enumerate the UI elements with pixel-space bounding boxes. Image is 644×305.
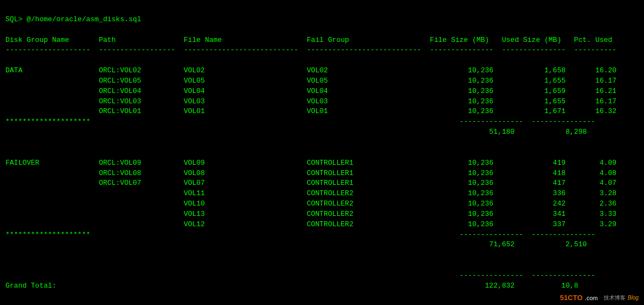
- data-row: ORCL:VOL07 VOL07 CONTROLLER1 10,236 417 …: [5, 179, 616, 187]
- header-separator: -------------------- ------------------ …: [5, 46, 616, 54]
- data-row: ORCL:VOL04 VOL04 VOL04 10,236 1,659 16.2…: [5, 87, 616, 95]
- blank-line: [5, 302, 10, 305]
- data-row: VOL13 CONTROLLER2 10,236 341 3.33: [5, 210, 616, 218]
- group2-subtotal: 71,652 2,510: [5, 240, 587, 248]
- data-row: ORCL:VOL05 VOL05 VOL05 10,236 1,655 16.1…: [5, 77, 616, 85]
- data-row: VOL12 CONTROLLER2 10,236 337 3.29: [5, 220, 616, 228]
- data-row: VOL10 CONTROLLER2 10,236 242 2.36: [5, 200, 616, 208]
- watermark-domain: .com: [585, 295, 598, 301]
- watermark-label: 技术博客: [604, 294, 626, 302]
- group2-stars: ******************** --------------- ---…: [5, 231, 595, 239]
- grand-total-row: Grand Total: 122,832 10,8: [5, 282, 578, 290]
- data-row: ORCL:VOL03 VOL03 VOL03 10,236 1,655 16.1…: [5, 97, 616, 105]
- blank-line: [5, 148, 10, 157]
- terminal: SQL> @/home/oracle/asm_disks.sql Disk Gr…: [0, 0, 644, 305]
- group1-stars: ******************** --------------- ---…: [5, 117, 595, 126]
- data-group1-name: DATA ORCL:VOL02 VOL02 VOL02 10,236 1,658…: [5, 66, 616, 74]
- group1-subtotal: 51,180 8,298: [5, 128, 587, 136]
- grand-sep: --------------- ---------------: [5, 271, 595, 279]
- data-row: ORCL:VOL01 VOL01 VOL01 10,236 1,671 16.3…: [5, 107, 616, 115]
- col-header: Disk Group Name Path File Name Fail Grou…: [5, 36, 612, 44]
- watermark-logo: 51CTO: [560, 294, 583, 302]
- watermark-blog: Blog: [628, 295, 639, 301]
- data-row: VOL11 CONTROLLER2 10,236 336 3.28: [5, 189, 616, 197]
- watermark: 51CTO.com 技术博客 Blog: [556, 292, 642, 303]
- data-group2-name: FAILOVER ORCL:VOL09 VOL09 CONTROLLER1 10…: [5, 159, 616, 167]
- blank-line: [5, 261, 10, 269]
- sql-command: SQL> @/home/oracle/asm_disks.sql: [5, 15, 141, 23]
- data-row: ORCL:VOL08 VOL08 CONTROLLER1 10,236 418 …: [5, 169, 616, 177]
